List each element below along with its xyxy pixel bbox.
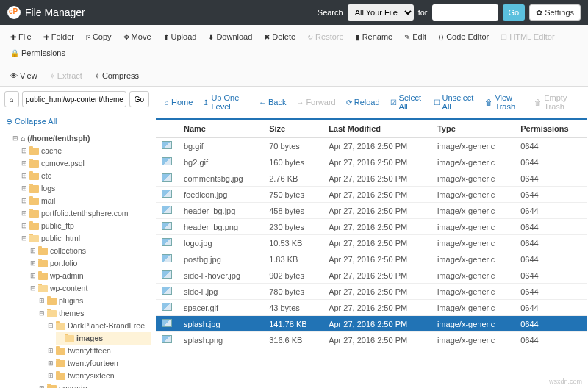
table-row[interactable]: side-li-hover.jpg902 bytesApr 27, 2016 2… xyxy=(156,267,587,284)
tree-item[interactable]: ⊞wp-admin xyxy=(29,270,151,282)
search-for-label: for xyxy=(418,8,428,17)
watermark: wsxdn.com xyxy=(549,378,582,385)
table-row[interactable]: splash.png316.6 KBApr 27, 2016 2:50 PMim… xyxy=(156,332,587,348)
compress-button[interactable]: ✧Compress xyxy=(90,68,143,83)
table-row[interactable]: commentsbg.jpg2.76 KBApr 27, 2016 2:50 P… xyxy=(156,170,587,187)
folder-icon xyxy=(38,248,48,255)
tree-item-darkplanet[interactable]: ⊟DarkPlanet-BrandFree xyxy=(47,320,151,332)
restore-icon: ↻ xyxy=(307,33,313,41)
table-row[interactable]: side-li.jpg780 bytesApr 27, 2016 2:50 PM… xyxy=(156,284,587,300)
code-editor-button[interactable]: ⟨⟩Code Editor xyxy=(434,29,493,44)
plus-icon: ✚ xyxy=(43,33,49,41)
table-row[interactable]: postbg.jpg1.83 KBApr 27, 2016 2:50 PMima… xyxy=(156,251,587,267)
forward-button[interactable]: →Forward xyxy=(292,96,340,109)
download-icon: ⬇ xyxy=(208,33,214,41)
move-button[interactable]: ✥Move xyxy=(119,29,156,44)
eye-icon: 👁 xyxy=(10,72,18,80)
tree-item[interactable]: ⊞upgrade xyxy=(38,382,151,388)
select-all-button[interactable]: ☑Select All xyxy=(386,91,428,113)
copy-icon: ⎘ xyxy=(86,33,90,41)
collapse-all-link[interactable]: ⊖ Collapse All xyxy=(0,112,154,131)
tree-root[interactable]: ⊟⌂(/home/tenthsph) xyxy=(12,132,151,145)
table-row[interactable]: feedicon.jpg750 bytesApr 27, 2016 2:50 P… xyxy=(156,187,587,203)
rename-button[interactable]: ▮Rename xyxy=(351,29,398,44)
tree-item[interactable]: ⊞twentyfourteen xyxy=(47,357,151,370)
tree-item[interactable]: ⊞portfolio.tenthsphere.com xyxy=(21,207,151,220)
path-input[interactable] xyxy=(22,91,126,107)
folder-icon xyxy=(56,348,65,355)
home-icon: ⌂ xyxy=(165,98,169,107)
unselect-all-button[interactable]: ☐Unselect All xyxy=(429,91,478,113)
tree-item[interactable]: ⊞cache xyxy=(21,145,151,157)
empty-trash-button[interactable]: 🗑Empty Trash xyxy=(530,91,582,113)
home-icon: ⌂ xyxy=(21,133,25,144)
image-file-icon xyxy=(162,319,172,327)
extract-button[interactable]: ✧Extract xyxy=(45,68,87,83)
back-button[interactable]: ←Back xyxy=(254,96,290,109)
tree-item[interactable]: ⊞cpmove.psql xyxy=(21,157,151,170)
folder-tree: ⊟⌂(/home/tenthsph) ⊞cache⊞cpmove.psql⊞et… xyxy=(0,131,154,388)
col-permissions[interactable]: Permissions xyxy=(514,120,587,138)
restore-button[interactable]: ↻Restore xyxy=(303,29,348,44)
tree-item[interactable]: ⊞mail xyxy=(21,195,151,207)
tree-item[interactable]: ⊞twentyfifteen xyxy=(47,345,151,357)
tree-item[interactable]: ⊞etc xyxy=(21,170,151,182)
upload-icon: ⬆ xyxy=(163,33,169,41)
tree-item[interactable]: ⊞twentysixteen xyxy=(47,370,151,382)
folder-icon xyxy=(29,223,39,230)
tree-item[interactable]: ⊞collections xyxy=(29,245,151,257)
html-icon: ☐ xyxy=(501,33,507,41)
search-input[interactable] xyxy=(432,4,498,21)
table-row[interactable]: spacer.gif43 bytesApr 27, 2016 2:50 PMim… xyxy=(156,300,587,316)
path-go-button[interactable]: Go xyxy=(129,91,149,107)
table-row[interactable]: bg.gif70 bytesApr 27, 2016 2:50 PMimage/… xyxy=(156,138,587,154)
view-button[interactable]: 👁View xyxy=(6,68,42,83)
view-trash-button[interactable]: 🗑View Trash xyxy=(481,91,528,113)
table-row[interactable]: logo.jpg10.53 KBApr 27, 2016 2:50 PMimag… xyxy=(156,235,587,251)
tree-item-themes[interactable]: ⊟themes xyxy=(38,307,151,320)
search-scope-select[interactable]: All Your Files xyxy=(348,4,414,21)
col-modified[interactable]: Last Modified xyxy=(323,120,431,138)
trash-icon: 🗑 xyxy=(534,98,542,107)
tree-item-public-html[interactable]: ⊟public_html xyxy=(21,232,151,245)
col-size[interactable]: Size xyxy=(263,120,323,138)
home-icon: ⌂ xyxy=(10,96,14,104)
folder-open-icon xyxy=(47,310,57,317)
col-name[interactable]: Name xyxy=(178,120,263,138)
path-home-button[interactable]: ⌂ xyxy=(4,91,19,107)
table-row[interactable]: header_bg.png230 bytesApr 27, 2016 2:50 … xyxy=(156,219,587,235)
search-go-button[interactable]: Go xyxy=(503,4,526,21)
permissions-button[interactable]: 🔒Permissions xyxy=(6,46,70,60)
settings-button[interactable]: ✿ Settings xyxy=(529,4,581,21)
check-icon: ☑ xyxy=(390,98,397,107)
col-type[interactable]: Type xyxy=(431,120,514,138)
compress-icon: ✧ xyxy=(94,72,100,80)
html-editor-button[interactable]: ☐HTML Editor xyxy=(496,29,559,44)
image-file-icon xyxy=(162,270,172,279)
tree-item-wp-content[interactable]: ⊟wp-content xyxy=(29,282,151,295)
up-one-level-button[interactable]: ↥Up One Level xyxy=(198,91,253,113)
tree-item[interactable]: ⊞plugins xyxy=(38,295,151,307)
tree-item[interactable]: ⊞public_ftp xyxy=(21,220,151,232)
copy-button[interactable]: ⎘Copy xyxy=(82,29,116,44)
delete-button[interactable]: ✖Delete xyxy=(259,29,300,44)
tree-item[interactable]: ⊞portfolio xyxy=(29,257,151,270)
table-row[interactable]: bg2.gif160 bytesApr 27, 2016 2:50 PMimag… xyxy=(156,154,587,170)
new-file-button[interactable]: ✚File xyxy=(6,29,36,44)
top-bar: File Manager Search All Your Files for G… xyxy=(0,0,588,25)
new-folder-button[interactable]: ✚Folder xyxy=(39,29,79,44)
left-panel: ⌂ Go ⊖ Collapse All ⊟⌂(/home/tenthsph) ⊞… xyxy=(0,87,154,388)
upload-button[interactable]: ⬆Upload xyxy=(159,29,201,44)
folder-icon xyxy=(29,185,39,193)
image-file-icon xyxy=(162,238,172,246)
edit-button[interactable]: ✎Edit xyxy=(400,29,431,44)
table-row[interactable]: splash.jpg141.78 KBApr 27, 2016 2:50 PMi… xyxy=(156,316,587,332)
toolbar-row-2: 👁View ✧Extract ✧Compress xyxy=(0,65,588,87)
tree-item-images[interactable]: images xyxy=(56,332,151,345)
reload-button[interactable]: ⟳Reload xyxy=(342,96,384,109)
table-row[interactable]: header_bg.jpg458 bytesApr 27, 2016 2:50 … xyxy=(156,203,587,219)
tree-item[interactable]: ⊞logs xyxy=(21,182,151,195)
folder-icon xyxy=(29,198,39,205)
download-button[interactable]: ⬇Download xyxy=(204,29,257,44)
home-button[interactable]: ⌂Home xyxy=(160,96,197,109)
